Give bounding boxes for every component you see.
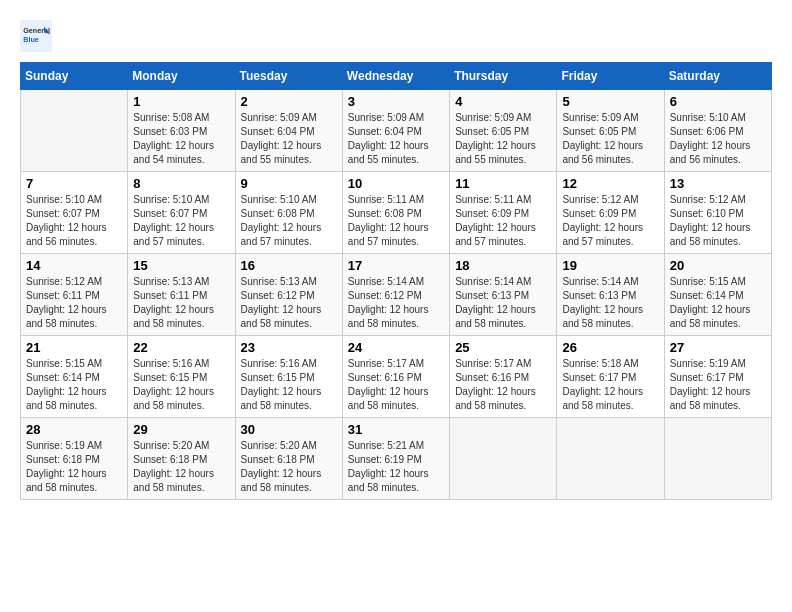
day-info: Sunrise: 5:08 AM Sunset: 6:03 PM Dayligh…	[133, 112, 214, 165]
calendar-day-cell: 18 Sunrise: 5:14 AM Sunset: 6:13 PM Dayl…	[450, 254, 557, 336]
day-info: Sunrise: 5:12 AM Sunset: 6:11 PM Dayligh…	[26, 276, 107, 329]
day-info: Sunrise: 5:17 AM Sunset: 6:16 PM Dayligh…	[348, 358, 429, 411]
calendar-day-cell: 5 Sunrise: 5:09 AM Sunset: 6:05 PM Dayli…	[557, 90, 664, 172]
day-number: 17	[348, 258, 444, 273]
day-number: 12	[562, 176, 658, 191]
calendar-day-cell: 22 Sunrise: 5:16 AM Sunset: 6:15 PM Dayl…	[128, 336, 235, 418]
calendar-day-cell	[21, 90, 128, 172]
calendar-week-row: 28 Sunrise: 5:19 AM Sunset: 6:18 PM Dayl…	[21, 418, 772, 500]
day-number: 24	[348, 340, 444, 355]
day-info: Sunrise: 5:09 AM Sunset: 6:04 PM Dayligh…	[241, 112, 322, 165]
day-number: 18	[455, 258, 551, 273]
weekday-header-cell: Saturday	[664, 63, 771, 90]
day-number: 29	[133, 422, 229, 437]
day-number: 27	[670, 340, 766, 355]
calendar-day-cell: 28 Sunrise: 5:19 AM Sunset: 6:18 PM Dayl…	[21, 418, 128, 500]
calendar-week-row: 1 Sunrise: 5:08 AM Sunset: 6:03 PM Dayli…	[21, 90, 772, 172]
day-number: 13	[670, 176, 766, 191]
calendar-day-cell: 27 Sunrise: 5:19 AM Sunset: 6:17 PM Dayl…	[664, 336, 771, 418]
day-info: Sunrise: 5:14 AM Sunset: 6:12 PM Dayligh…	[348, 276, 429, 329]
day-info: Sunrise: 5:10 AM Sunset: 6:08 PM Dayligh…	[241, 194, 322, 247]
day-info: Sunrise: 5:09 AM Sunset: 6:04 PM Dayligh…	[348, 112, 429, 165]
calendar-day-cell: 10 Sunrise: 5:11 AM Sunset: 6:08 PM Dayl…	[342, 172, 449, 254]
page-header: General Blue	[20, 20, 772, 52]
calendar-day-cell: 2 Sunrise: 5:09 AM Sunset: 6:04 PM Dayli…	[235, 90, 342, 172]
day-number: 10	[348, 176, 444, 191]
weekday-header-cell: Thursday	[450, 63, 557, 90]
calendar-day-cell: 11 Sunrise: 5:11 AM Sunset: 6:09 PM Dayl…	[450, 172, 557, 254]
calendar-day-cell: 23 Sunrise: 5:16 AM Sunset: 6:15 PM Dayl…	[235, 336, 342, 418]
weekday-header-cell: Wednesday	[342, 63, 449, 90]
calendar-day-cell: 26 Sunrise: 5:18 AM Sunset: 6:17 PM Dayl…	[557, 336, 664, 418]
day-info: Sunrise: 5:12 AM Sunset: 6:10 PM Dayligh…	[670, 194, 751, 247]
calendar-day-cell: 31 Sunrise: 5:21 AM Sunset: 6:19 PM Dayl…	[342, 418, 449, 500]
svg-text:Blue: Blue	[23, 35, 39, 44]
day-info: Sunrise: 5:09 AM Sunset: 6:05 PM Dayligh…	[562, 112, 643, 165]
day-info: Sunrise: 5:13 AM Sunset: 6:12 PM Dayligh…	[241, 276, 322, 329]
calendar-table: SundayMondayTuesdayWednesdayThursdayFrid…	[20, 62, 772, 500]
calendar-day-cell: 14 Sunrise: 5:12 AM Sunset: 6:11 PM Dayl…	[21, 254, 128, 336]
weekday-header-cell: Monday	[128, 63, 235, 90]
day-number: 7	[26, 176, 122, 191]
day-number: 5	[562, 94, 658, 109]
day-info: Sunrise: 5:16 AM Sunset: 6:15 PM Dayligh…	[241, 358, 322, 411]
day-info: Sunrise: 5:15 AM Sunset: 6:14 PM Dayligh…	[670, 276, 751, 329]
calendar-day-cell: 8 Sunrise: 5:10 AM Sunset: 6:07 PM Dayli…	[128, 172, 235, 254]
day-number: 31	[348, 422, 444, 437]
day-number: 9	[241, 176, 337, 191]
day-number: 15	[133, 258, 229, 273]
calendar-day-cell: 19 Sunrise: 5:14 AM Sunset: 6:13 PM Dayl…	[557, 254, 664, 336]
day-number: 4	[455, 94, 551, 109]
calendar-day-cell: 16 Sunrise: 5:13 AM Sunset: 6:12 PM Dayl…	[235, 254, 342, 336]
day-number: 20	[670, 258, 766, 273]
calendar-day-cell: 24 Sunrise: 5:17 AM Sunset: 6:16 PM Dayl…	[342, 336, 449, 418]
weekday-header-cell: Sunday	[21, 63, 128, 90]
day-number: 2	[241, 94, 337, 109]
calendar-day-cell: 13 Sunrise: 5:12 AM Sunset: 6:10 PM Dayl…	[664, 172, 771, 254]
calendar-day-cell: 9 Sunrise: 5:10 AM Sunset: 6:08 PM Dayli…	[235, 172, 342, 254]
day-number: 21	[26, 340, 122, 355]
day-number: 16	[241, 258, 337, 273]
day-number: 23	[241, 340, 337, 355]
calendar-day-cell: 12 Sunrise: 5:12 AM Sunset: 6:09 PM Dayl…	[557, 172, 664, 254]
calendar-day-cell: 20 Sunrise: 5:15 AM Sunset: 6:14 PM Dayl…	[664, 254, 771, 336]
day-info: Sunrise: 5:09 AM Sunset: 6:05 PM Dayligh…	[455, 112, 536, 165]
day-info: Sunrise: 5:10 AM Sunset: 6:07 PM Dayligh…	[133, 194, 214, 247]
calendar-day-cell: 3 Sunrise: 5:09 AM Sunset: 6:04 PM Dayli…	[342, 90, 449, 172]
calendar-day-cell: 21 Sunrise: 5:15 AM Sunset: 6:14 PM Dayl…	[21, 336, 128, 418]
calendar-week-row: 7 Sunrise: 5:10 AM Sunset: 6:07 PM Dayli…	[21, 172, 772, 254]
day-number: 30	[241, 422, 337, 437]
day-info: Sunrise: 5:17 AM Sunset: 6:16 PM Dayligh…	[455, 358, 536, 411]
day-number: 26	[562, 340, 658, 355]
generalblue-logo-icon: General Blue	[20, 20, 52, 52]
calendar-week-row: 21 Sunrise: 5:15 AM Sunset: 6:14 PM Dayl…	[21, 336, 772, 418]
day-info: Sunrise: 5:14 AM Sunset: 6:13 PM Dayligh…	[562, 276, 643, 329]
day-info: Sunrise: 5:12 AM Sunset: 6:09 PM Dayligh…	[562, 194, 643, 247]
day-info: Sunrise: 5:19 AM Sunset: 6:18 PM Dayligh…	[26, 440, 107, 493]
day-number: 8	[133, 176, 229, 191]
day-info: Sunrise: 5:10 AM Sunset: 6:07 PM Dayligh…	[26, 194, 107, 247]
day-info: Sunrise: 5:11 AM Sunset: 6:08 PM Dayligh…	[348, 194, 429, 247]
calendar-day-cell: 30 Sunrise: 5:20 AM Sunset: 6:18 PM Dayl…	[235, 418, 342, 500]
day-info: Sunrise: 5:14 AM Sunset: 6:13 PM Dayligh…	[455, 276, 536, 329]
day-number: 14	[26, 258, 122, 273]
day-number: 22	[133, 340, 229, 355]
day-number: 3	[348, 94, 444, 109]
calendar-day-cell: 4 Sunrise: 5:09 AM Sunset: 6:05 PM Dayli…	[450, 90, 557, 172]
day-info: Sunrise: 5:16 AM Sunset: 6:15 PM Dayligh…	[133, 358, 214, 411]
day-number: 25	[455, 340, 551, 355]
calendar-day-cell: 29 Sunrise: 5:20 AM Sunset: 6:18 PM Dayl…	[128, 418, 235, 500]
calendar-day-cell: 15 Sunrise: 5:13 AM Sunset: 6:11 PM Dayl…	[128, 254, 235, 336]
day-info: Sunrise: 5:20 AM Sunset: 6:18 PM Dayligh…	[133, 440, 214, 493]
calendar-day-cell: 17 Sunrise: 5:14 AM Sunset: 6:12 PM Dayl…	[342, 254, 449, 336]
logo: General Blue	[20, 20, 58, 52]
day-info: Sunrise: 5:19 AM Sunset: 6:17 PM Dayligh…	[670, 358, 751, 411]
calendar-day-cell	[664, 418, 771, 500]
day-info: Sunrise: 5:20 AM Sunset: 6:18 PM Dayligh…	[241, 440, 322, 493]
day-number: 1	[133, 94, 229, 109]
weekday-header-cell: Tuesday	[235, 63, 342, 90]
day-number: 11	[455, 176, 551, 191]
calendar-day-cell	[450, 418, 557, 500]
calendar-week-row: 14 Sunrise: 5:12 AM Sunset: 6:11 PM Dayl…	[21, 254, 772, 336]
day-info: Sunrise: 5:15 AM Sunset: 6:14 PM Dayligh…	[26, 358, 107, 411]
